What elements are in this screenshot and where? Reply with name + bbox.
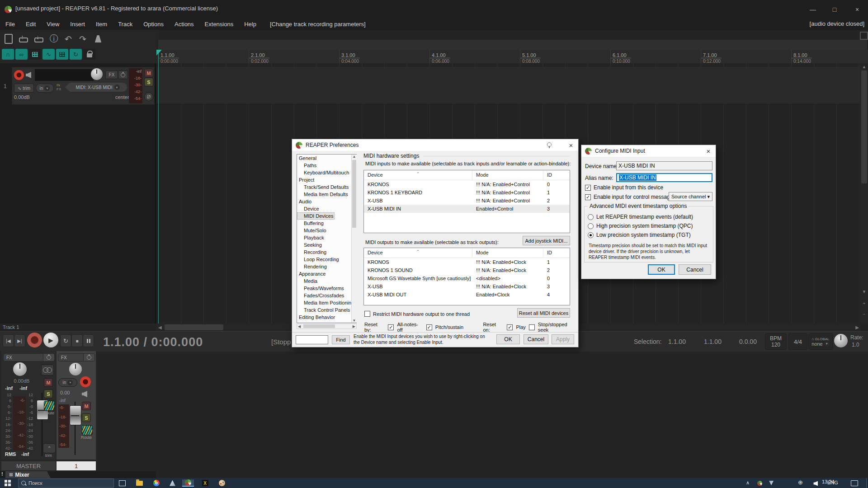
show-desktop-button[interactable] bbox=[866, 478, 868, 488]
selection-end[interactable]: 1.1.00 bbox=[704, 338, 722, 345]
midi-outputs-table[interactable]: DeviceModeIDˆKRONOS!!! N/A: Enabled+Cloc… bbox=[363, 248, 570, 305]
phase-button[interactable]: Ø bbox=[144, 92, 153, 101]
column-id[interactable]: ID bbox=[543, 170, 570, 180]
midi-inputs-table[interactable]: DeviceModeIDˆKRONOS!!! N/A: Enabled+Cont… bbox=[363, 170, 570, 233]
preferences-title-bar[interactable]: REAPER Preferences bbox=[292, 139, 578, 151]
track-1-control[interactable]: FX ∿ trim in▼ INFX MIDI: X-USB MIDI▼ 0.0… bbox=[12, 67, 155, 105]
paint-app-icon[interactable] bbox=[218, 479, 226, 487]
action-center-icon[interactable] bbox=[851, 480, 858, 486]
item-grouping-icon[interactable]: ∞ bbox=[15, 49, 28, 60]
preferences-cancel-button[interactable]: Cancel bbox=[524, 334, 548, 344]
trim-envelope-button[interactable]: ∿ trim bbox=[14, 84, 34, 93]
track1-record-arm-button[interactable] bbox=[80, 376, 91, 387]
configure-cancel-button[interactable]: Cancel bbox=[679, 264, 711, 275]
tree-horizontal-scrollbar[interactable]: ◀▶ bbox=[297, 324, 357, 329]
configure-title-bar[interactable]: Configure MIDI Input bbox=[581, 145, 716, 157]
grid-toggle-icon[interactable] bbox=[29, 49, 41, 60]
menu-file[interactable]: File bbox=[0, 21, 20, 28]
tree-item-media-item-defaults[interactable]: Media Item Defaults bbox=[297, 191, 356, 198]
volume-knob[interactable] bbox=[91, 68, 103, 80]
save-project-icon[interactable]: ↓ bbox=[32, 33, 45, 45]
play-button[interactable]: ▶ bbox=[43, 333, 58, 347]
track1-fx-button[interactable]: FX bbox=[58, 353, 95, 361]
tree-item-mute-solo[interactable]: Mute/Solo bbox=[297, 227, 356, 234]
stop-button[interactable]: ■ bbox=[71, 334, 83, 347]
tree-item-loop-recording[interactable]: Loop Recording bbox=[297, 256, 356, 263]
track1-mute-button[interactable]: M bbox=[82, 402, 91, 410]
speaker-icon[interactable] bbox=[26, 72, 33, 78]
tree-vertical-scrollbar[interactable]: ▲▼ bbox=[351, 155, 357, 323]
taskbar-clock[interactable]: 13:24 bbox=[822, 479, 835, 484]
preferences-close-icon[interactable]: × bbox=[565, 140, 577, 150]
tree-item-keyboard-multitouch[interactable]: Keyboard/Multitouch bbox=[297, 169, 356, 176]
track-lane[interactable] bbox=[156, 67, 868, 104]
input-selector[interactable]: in▼ bbox=[36, 84, 54, 93]
preferences-ok-button[interactable]: OK bbox=[496, 334, 520, 344]
tree-item-appearance[interactable]: Appearance bbox=[297, 270, 356, 277]
volume-icon[interactable] bbox=[812, 480, 820, 487]
enable-input-row[interactable]: ✓ Enable input from this device bbox=[585, 184, 663, 191]
zoom-in-icon[interactable]: + bbox=[860, 301, 868, 306]
ripple-edit-icon[interactable] bbox=[56, 49, 68, 60]
master-volume-readout[interactable]: 0.00dB bbox=[1, 378, 42, 384]
new-project-icon[interactable] bbox=[2, 33, 15, 45]
source-channel-dropdown[interactable]: Source channel ▾ bbox=[669, 192, 712, 201]
reset-checkbox[interactable]: ✓ bbox=[388, 324, 394, 330]
timestamp-radio-row[interactable]: Low precision system timestamp (TGT) bbox=[588, 232, 691, 238]
time-signature-control[interactable]: 4/4 bbox=[788, 333, 807, 350]
mixer-tab[interactable]: ⊠ Mixer bbox=[5, 471, 51, 478]
toolbar-dock-icon[interactable] bbox=[860, 32, 868, 40]
menu-track[interactable]: Track bbox=[113, 21, 138, 28]
repeat-button[interactable]: ↻ bbox=[60, 334, 71, 347]
tree-item-media-item-positioning[interactable]: Media Item Positioning bbox=[297, 299, 356, 306]
reset-all-midi-button[interactable]: Reset all MIDI devices bbox=[517, 308, 570, 318]
radio-button[interactable] bbox=[588, 223, 594, 229]
horizontal-scroll-thumb[interactable] bbox=[165, 324, 223, 330]
bpm-control[interactable]: BPM120 bbox=[765, 333, 787, 350]
prism-app-icon[interactable] bbox=[169, 479, 176, 487]
enable-control-row[interactable]: ✓ Enable input for control messages bbox=[585, 194, 675, 200]
tree-item-paths[interactable]: Paths bbox=[297, 162, 356, 169]
tree-item-track-control-panels[interactable]: Track Control Panels bbox=[297, 306, 356, 314]
solo-button[interactable]: S bbox=[144, 78, 153, 86]
reaper-taskbar-button[interactable] bbox=[182, 479, 194, 487]
column-mode[interactable]: Mode bbox=[472, 248, 543, 258]
menu-extra-label[interactable]: [Change track recording parameters] bbox=[270, 21, 366, 28]
track-pan-readout[interactable]: center bbox=[115, 94, 129, 100]
restrict-output-row[interactable]: Restrict MIDI hardware output to one thr… bbox=[364, 311, 470, 317]
add-joystick-midi-button[interactable]: Add joystick MIDI... bbox=[523, 236, 570, 245]
global-automation-control[interactable]: ⌂ GLOBAL none▼ bbox=[808, 333, 833, 350]
scroll-left-icon[interactable]: ◀ bbox=[158, 325, 162, 330]
lock-toggle-icon[interactable] bbox=[83, 49, 95, 60]
track1-solo-button[interactable]: S bbox=[82, 413, 91, 422]
menu-options[interactable]: Options bbox=[138, 21, 169, 28]
timestamp-radio-row[interactable]: High precision system timestamp (QPC) bbox=[588, 223, 693, 229]
enable-control-checkbox[interactable]: ✓ bbox=[585, 194, 591, 200]
menu-actions[interactable]: Actions bbox=[169, 21, 199, 28]
record-button[interactable] bbox=[27, 333, 42, 347]
track1-input-selector[interactable]: in▼ bbox=[58, 378, 77, 387]
close-button[interactable]: × bbox=[848, 4, 866, 15]
tree-item-buffering[interactable]: Buffering bbox=[297, 220, 356, 227]
playback-position[interactable]: 1.1.00 / 0:00.000 bbox=[103, 335, 203, 349]
record-arm-button[interactable] bbox=[14, 70, 24, 80]
menu-extensions[interactable]: Extensions bbox=[199, 21, 239, 28]
redo-icon[interactable]: ↷ bbox=[76, 33, 90, 45]
master-route-button[interactable] bbox=[44, 401, 55, 411]
envelope-toggle-icon[interactable]: ∿ bbox=[42, 49, 55, 60]
table-row[interactable]: KRONOS 1 SOUND!!! N/A: Enabled+Clock2 bbox=[364, 266, 570, 274]
master-name-label[interactable]: MASTER bbox=[1, 461, 56, 470]
network-icon[interactable]: ⊕ bbox=[798, 479, 803, 486]
tree-item-device[interactable]: Device bbox=[297, 205, 356, 212]
master-pan-knob[interactable] bbox=[13, 362, 27, 376]
project-settings-icon[interactable]: ⓘ bbox=[47, 33, 61, 45]
timestamp-radio-row[interactable]: Let REAPER timestamp events (default) bbox=[588, 214, 693, 220]
timeline-ruler[interactable]: 1.1.000:00.0002.1.000:02.0003.1.000:04.0… bbox=[156, 50, 868, 64]
find-button[interactable]: Find bbox=[332, 335, 350, 344]
minimize-button[interactable]: — bbox=[804, 4, 822, 15]
tree-item-general[interactable]: General bbox=[297, 155, 356, 162]
column-mode[interactable]: Mode bbox=[472, 170, 543, 180]
input-fx-label[interactable]: INFX bbox=[57, 83, 61, 91]
mixer-tab-close-icon[interactable]: ⊠ bbox=[9, 472, 13, 477]
tree-item-media[interactable]: Media bbox=[297, 277, 356, 285]
